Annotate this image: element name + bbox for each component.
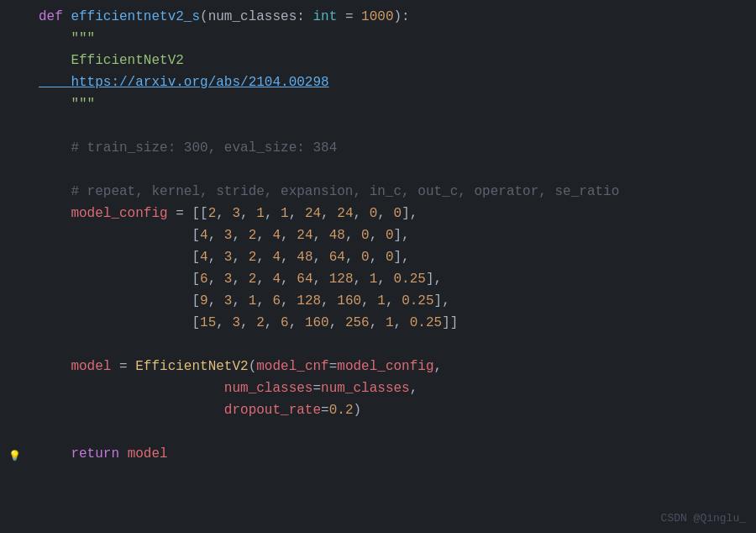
token: , xyxy=(232,293,248,309)
token xyxy=(39,206,71,221)
token: , xyxy=(208,293,224,309)
token: 0.25 xyxy=(410,315,442,330)
token: , xyxy=(208,250,224,265)
code-line xyxy=(0,422,756,444)
token xyxy=(39,446,71,462)
token: 0 xyxy=(361,228,370,243)
token: , xyxy=(256,293,272,309)
token: 0 xyxy=(370,206,378,221)
token: 4 xyxy=(272,250,281,265)
token: 6 xyxy=(272,293,281,309)
token: , xyxy=(232,272,248,287)
token: 4 xyxy=(200,250,208,265)
code-line: [6, 3, 2, 4, 64, 128, 1, 0.25], xyxy=(0,269,756,291)
token: # train_size: 300, eval_size: 384 xyxy=(71,140,337,156)
line-content: model = EfficientNetV2(model_cnf=model_c… xyxy=(35,356,756,378)
token: , xyxy=(289,206,305,221)
lightbulb-icon[interactable]: 💡 xyxy=(8,449,21,465)
token: 2 xyxy=(208,206,217,221)
token xyxy=(39,359,71,374)
token: ], xyxy=(402,206,417,221)
token: , xyxy=(256,272,272,287)
token: model xyxy=(71,359,111,374)
token: efficientnetv2_s xyxy=(71,9,200,24)
token xyxy=(39,381,224,396)
token: 48 xyxy=(297,250,312,265)
token: return xyxy=(71,446,119,462)
line-content: num_classes=num_classes, xyxy=(35,378,756,400)
code-line xyxy=(0,116,756,138)
line-content: """ xyxy=(35,29,756,50)
code-line: EfficientNetV2 xyxy=(0,50,756,72)
token: ( xyxy=(200,9,208,24)
token: , xyxy=(434,359,443,374)
token: 3 xyxy=(232,315,240,330)
token: , xyxy=(265,315,281,330)
token: 0.2 xyxy=(329,403,354,418)
token: 2 xyxy=(249,250,257,265)
token: , xyxy=(216,206,232,221)
token: , xyxy=(216,315,232,330)
token: int xyxy=(312,9,337,24)
code-line: [15, 3, 2, 6, 160, 256, 1, 0.25]] xyxy=(0,313,756,335)
token: 0 xyxy=(386,228,394,243)
token: 1 xyxy=(386,315,394,330)
token: EfficientNetV2 xyxy=(39,53,184,68)
token: ]] xyxy=(442,315,458,330)
token: , xyxy=(312,250,328,265)
token: 2 xyxy=(249,272,257,287)
token: 160 xyxy=(337,293,361,309)
token: [ xyxy=(39,293,200,309)
line-content: return model xyxy=(35,444,756,466)
token: , xyxy=(281,272,297,287)
token: : xyxy=(297,9,312,24)
code-line: [4, 3, 2, 4, 48, 64, 0, 0], xyxy=(0,247,756,269)
token: , xyxy=(240,315,256,330)
token: # repeat, kernel, stride, expansion, in_… xyxy=(71,184,619,199)
code-line xyxy=(0,160,756,182)
token: 160 xyxy=(305,315,329,330)
line-content: dropout_rate=0.2) xyxy=(35,400,756,422)
token: , xyxy=(321,206,337,221)
line-content: [4, 3, 2, 4, 24, 48, 0, 0], xyxy=(35,225,756,247)
token: , xyxy=(256,228,272,243)
token: 0 xyxy=(361,250,370,265)
token: , xyxy=(289,315,305,330)
line-content: [4, 3, 2, 4, 48, 64, 0, 0], xyxy=(35,247,756,269)
token: , xyxy=(208,228,224,243)
token xyxy=(39,403,224,418)
token: , xyxy=(281,250,297,265)
token: , xyxy=(281,228,297,243)
token: 4 xyxy=(272,228,281,243)
token: 1 xyxy=(281,206,289,221)
token: 24 xyxy=(305,206,321,221)
line-content: https://arxiv.org/abs/2104.00298 xyxy=(35,72,756,94)
token: ], xyxy=(434,293,450,309)
token: 1 xyxy=(377,293,386,309)
token: , xyxy=(370,250,386,265)
token: 9 xyxy=(200,293,208,309)
token xyxy=(119,446,128,462)
token: , xyxy=(386,293,402,309)
code-line: https://arxiv.org/abs/2104.00298 xyxy=(0,72,756,94)
token: ): xyxy=(394,9,410,24)
token: 128 xyxy=(297,293,321,309)
token: = xyxy=(321,403,329,418)
token: , xyxy=(394,315,410,330)
token: model_config xyxy=(71,206,167,221)
token: , xyxy=(345,250,361,265)
line-content: """ xyxy=(35,94,756,116)
token: 3 xyxy=(224,250,233,265)
token: ], xyxy=(426,272,442,287)
token: """ xyxy=(39,31,95,46)
token: 3 xyxy=(224,293,233,309)
code-line: """ xyxy=(0,29,756,50)
token: = [[ xyxy=(168,206,208,221)
token: , xyxy=(312,272,328,287)
token: [ xyxy=(39,228,200,243)
token: , xyxy=(377,272,393,287)
token: EfficientNetV2 xyxy=(135,359,248,374)
token: ( xyxy=(249,359,257,374)
token: = xyxy=(312,381,321,396)
token: 1 xyxy=(249,293,257,309)
